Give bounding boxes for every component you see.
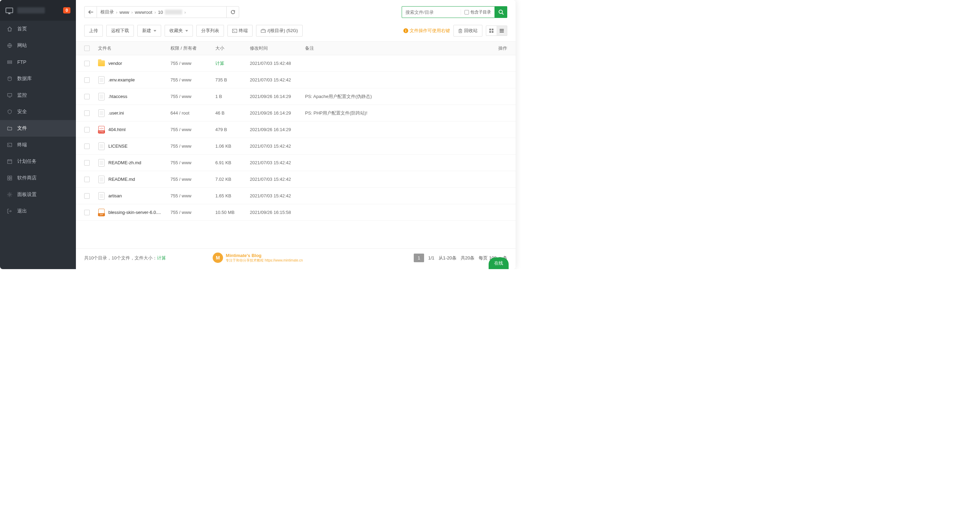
header-action: 操作 [490,45,507,51]
row-checkbox[interactable] [84,77,90,83]
row-checkbox[interactable] [84,193,90,199]
file-perm[interactable]: 755 / www [170,127,215,132]
notification-badge[interactable]: 0 [63,7,70,13]
share-list-button[interactable]: 分享列表 [196,25,224,37]
file-perm[interactable]: 755 / www [170,160,215,165]
breadcrumb-segment[interactable]: 根目录 [100,9,114,15]
table-row[interactable]: LICENSE 755 / www 1.06 KB 2021/07/03 15:… [76,138,515,154]
sidebar-item-terminal[interactable]: 终端 [0,137,76,153]
file-name[interactable]: artisan [98,192,170,200]
chevron-right-icon: › [184,10,186,15]
sidebar-item-ftp[interactable]: FTP [0,54,76,70]
recycle-bin-button[interactable]: 回收站 [453,25,482,37]
sidebar-item-label: 网站 [17,43,27,49]
sidebar-item-home[interactable]: 首页 [0,21,76,37]
breadcrumb-segment[interactable]: 10 [158,10,163,15]
online-support-button[interactable]: 在线 [488,258,509,269]
terminal-icon [232,29,237,33]
table-row[interactable]: vendor 755 / www 计算 2021/07/03 15:42:48 [76,55,515,72]
svg-rect-10 [10,178,12,180]
file-name[interactable]: vendor [98,60,170,67]
table-row[interactable]: README.md 755 / www 7.02 KB 2021/07/03 1… [76,171,515,188]
table-row[interactable]: .htaccess 755 / www 1 B 2021/09/26 16:14… [76,88,515,105]
file-icon [99,110,105,117]
calendar-icon [7,159,13,164]
include-subdir-toggle[interactable]: 包含子目录 [461,9,495,15]
sidebar-item-database[interactable]: 数据库 [0,70,76,87]
logo-icon [6,8,13,13]
table-row[interactable]: artisan 755 / www 1.65 KB 2021/07/03 15:… [76,188,515,204]
file-name[interactable]: .env.example [98,76,170,84]
file-name[interactable]: 404.html [98,126,170,134]
file-mtime: 2021/07/03 15:42:42 [250,77,305,83]
table-row[interactable]: blessing-skin-server-6.0.... 755 / www 1… [76,204,515,221]
row-checkbox[interactable] [84,127,90,132]
row-checkbox[interactable] [84,61,90,66]
sidebar-item-calendar[interactable]: 计划任务 [0,153,76,170]
favorites-button[interactable]: 收藏夹 [165,25,193,37]
file-perm[interactable]: 755 / www [170,143,215,149]
svg-point-11 [9,194,11,196]
new-button[interactable]: 新建 [137,25,161,37]
search-button[interactable] [495,6,507,18]
trash-icon [458,29,462,33]
breadcrumb-segment[interactable]: wwwroot [135,10,153,15]
file-perm[interactable]: 755 / www [170,77,215,83]
current-page[interactable]: 1 [414,254,424,262]
table-row[interactable]: .env.example 755 / www 735 B 2021/07/03 … [76,72,515,88]
sidebar-item-logout[interactable]: 退出 [0,203,76,219]
file-perm[interactable]: 755 / www [170,176,215,182]
file-perm[interactable]: 755 / www [170,94,215,99]
row-checkbox[interactable] [84,176,90,182]
disk-button[interactable]: /(根目录) (52G) [256,25,302,37]
sidebar-item-label: 终端 [17,142,27,148]
table-row[interactable]: README-zh.md 755 / www 6.91 KB 2021/07/0… [76,154,515,171]
file-name[interactable]: LICENSE [98,143,170,150]
list-view-button[interactable] [496,26,507,35]
remote-download-button[interactable]: 远程下载 [106,25,134,37]
row-checkbox[interactable] [84,210,90,215]
file-name[interactable]: .user.ini [98,110,170,117]
refresh-button[interactable] [226,6,239,17]
file-perm[interactable]: 755 / www [170,193,215,199]
sidebar-item-settings[interactable]: 面板设置 [0,186,76,203]
file-perm[interactable]: 644 / root [170,110,215,116]
file-name[interactable]: README.md [98,176,170,183]
include-subdir-label: 包含子目录 [470,9,491,15]
file-icon [99,176,105,183]
row-checkbox[interactable] [84,143,90,149]
ftp-icon [7,59,13,65]
file-icon [99,93,105,100]
back-button[interactable] [84,6,97,17]
file-mtime: 2021/07/03 15:42:42 [250,176,305,182]
header-filename[interactable]: 文件名 [98,45,170,51]
sidebar-item-shield[interactable]: 安全 [0,103,76,120]
row-checkbox[interactable] [84,110,90,116]
svg-point-3 [8,76,11,78]
file-perm[interactable]: 755 / www [170,61,215,66]
file-size[interactable]: 计算 [215,60,250,67]
breadcrumb-segment[interactable]: www [119,10,129,15]
sidebar-item-grid[interactable]: 软件商店 [0,170,76,186]
file-name[interactable]: .htaccess [98,93,170,100]
svg-rect-18 [489,31,491,33]
sidebar-item-folder[interactable]: 文件 [0,120,76,137]
search-wrap: 包含子目录 [402,6,507,18]
row-checkbox[interactable] [84,94,90,99]
sidebar-item-globe[interactable]: 网站 [0,37,76,54]
grid-view-button[interactable] [486,26,496,35]
file-size: 7.02 KB [215,176,250,182]
upload-button[interactable]: 上传 [84,25,103,37]
row-checkbox[interactable] [84,160,90,165]
terminal-icon [7,142,13,148]
file-name[interactable]: README-zh.md [98,159,170,167]
sidebar-item-monitor[interactable]: 监控 [0,87,76,103]
file-name[interactable]: blessing-skin-server-6.0.... [98,209,170,216]
table-row[interactable]: 404.html 755 / www 479 B 2021/09/26 16:1… [76,121,515,138]
table-row[interactable]: .user.ini 644 / root 46 B 2021/09/26 16:… [76,105,515,121]
file-mtime: 2021/09/26 16:14:29 [250,110,305,116]
select-all-checkbox[interactable] [84,46,90,51]
terminal-button[interactable]: 终端 [228,25,253,37]
search-input[interactable] [402,10,461,15]
file-perm[interactable]: 755 / www [170,210,215,215]
